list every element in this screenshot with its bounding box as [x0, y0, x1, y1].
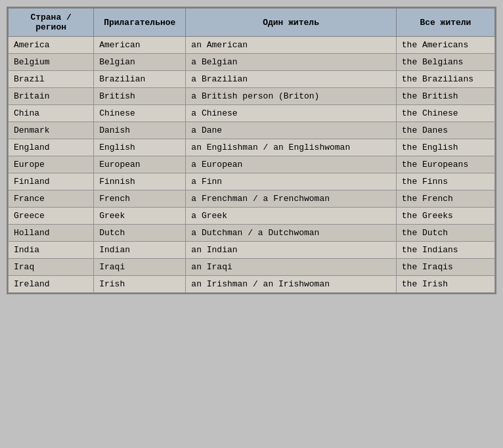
- table-cell: the Danes: [396, 122, 494, 139]
- table-row: EuropeEuropeana Europeanthe Europeans: [9, 156, 495, 173]
- table-cell: Iraq: [9, 259, 94, 276]
- table-cell: Brazil: [9, 71, 94, 88]
- table-cell: Greek: [94, 208, 186, 225]
- table-cell: Finnish: [94, 173, 186, 190]
- table-row: BelgiumBelgiana Belgianthe Belgians: [9, 54, 495, 71]
- table-cell: Denmark: [9, 122, 94, 139]
- table-cell: a Dutchman / a Dutchwoman: [186, 225, 396, 242]
- table-row: ChinaChinesea Chinesethe Chinese: [9, 105, 495, 122]
- table-cell: an Iraqi: [186, 259, 396, 276]
- table-cell: the British: [396, 88, 494, 105]
- table-cell: America: [9, 37, 94, 54]
- table-row: IraqIraqian Iraqithe Iraqis: [9, 259, 495, 276]
- table-cell: a British person (Briton): [186, 88, 396, 105]
- table-cell: British: [94, 88, 186, 105]
- table-cell: French: [94, 190, 186, 208]
- table-cell: France: [9, 190, 94, 208]
- table-cell: Iraqi: [94, 259, 186, 276]
- col-header-country: Страна / регион: [9, 9, 94, 37]
- table-cell: Belgium: [9, 54, 94, 71]
- table-cell: the Dutch: [396, 225, 494, 242]
- table-cell: Brazilian: [94, 71, 186, 88]
- table-cell: Finland: [9, 173, 94, 190]
- table-row: HollandDutcha Dutchman / a Dutchwomanthe…: [9, 225, 495, 242]
- table-cell: Danish: [94, 122, 186, 139]
- table-cell: an American: [186, 37, 396, 54]
- table-cell: Irish: [94, 276, 186, 293]
- table-row: EnglandEnglishan Englishman / an English…: [9, 139, 495, 156]
- table-cell: a Chinese: [186, 105, 396, 122]
- table-cell: the Irish: [396, 276, 494, 293]
- table-row: GreeceGreeka Greekthe Greeks: [9, 208, 495, 225]
- table-cell: European: [94, 156, 186, 173]
- table-cell: an Irishman / an Irishwoman: [186, 276, 396, 293]
- table-cell: China: [9, 105, 94, 122]
- table-row: FinlandFinnisha Finnthe Finns: [9, 173, 495, 190]
- table-cell: England: [9, 139, 94, 156]
- table-cell: the Iraqis: [396, 259, 494, 276]
- table-cell: a Greek: [186, 208, 396, 225]
- table-cell: Britain: [9, 88, 94, 105]
- table-row: FranceFrencha Frenchman / a Frenchwomant…: [9, 190, 495, 208]
- table-cell: Chinese: [94, 105, 186, 122]
- table-cell: English: [94, 139, 186, 156]
- col-header-one-resident: Один житель: [186, 9, 396, 37]
- table-cell: a Frenchman / a Frenchwoman: [186, 190, 396, 208]
- table-row: IrelandIrishan Irishman / an Irishwomant…: [9, 276, 495, 293]
- table-cell: the French: [396, 190, 494, 208]
- table-cell: Holland: [9, 225, 94, 242]
- table-cell: the Europeans: [396, 156, 494, 173]
- table-cell: a Brazilian: [186, 71, 396, 88]
- table-cell: an Englishman / an Englishwoman: [186, 139, 396, 156]
- table-cell: the Indians: [396, 242, 494, 259]
- table-cell: a Dane: [186, 122, 396, 139]
- col-header-all-residents: Все жители: [396, 9, 494, 37]
- table-header-row: Страна / регион Прилагательное Один жите…: [9, 9, 495, 37]
- table-cell: a Finn: [186, 173, 396, 190]
- table-cell: a Belgian: [186, 54, 396, 71]
- table-cell: the Americans: [396, 37, 494, 54]
- table-row: BritainBritisha British person (Briton)t…: [9, 88, 495, 105]
- table-row: BrazilBraziliana Brazilianthe Brazilians: [9, 71, 495, 88]
- table-row: DenmarkDanisha Danethe Danes: [9, 122, 495, 139]
- table-cell: Indian: [94, 242, 186, 259]
- table-cell: the Chinese: [396, 105, 494, 122]
- table-cell: an Indian: [186, 242, 396, 259]
- table-row: AmericaAmericanan Americanthe Americans: [9, 37, 495, 54]
- table-cell: India: [9, 242, 94, 259]
- table-row: IndiaIndianan Indianthe Indians: [9, 242, 495, 259]
- table-cell: the Greeks: [396, 208, 494, 225]
- table-cell: Belgian: [94, 54, 186, 71]
- col-header-adjective: Прилагательное: [94, 9, 186, 37]
- countries-table: Страна / регион Прилагательное Один жите…: [8, 8, 495, 293]
- table-cell: Ireland: [9, 276, 94, 293]
- table-cell: the Brazilians: [396, 71, 494, 88]
- table-cell: American: [94, 37, 186, 54]
- table-cell: a European: [186, 156, 396, 173]
- table-cell: Dutch: [94, 225, 186, 242]
- table-cell: the Finns: [396, 173, 494, 190]
- main-table-container: Страна / регион Прилагательное Один жите…: [7, 7, 496, 294]
- table-cell: Greece: [9, 208, 94, 225]
- table-cell: Europe: [9, 156, 94, 173]
- table-cell: the English: [396, 139, 494, 156]
- table-cell: the Belgians: [396, 54, 494, 71]
